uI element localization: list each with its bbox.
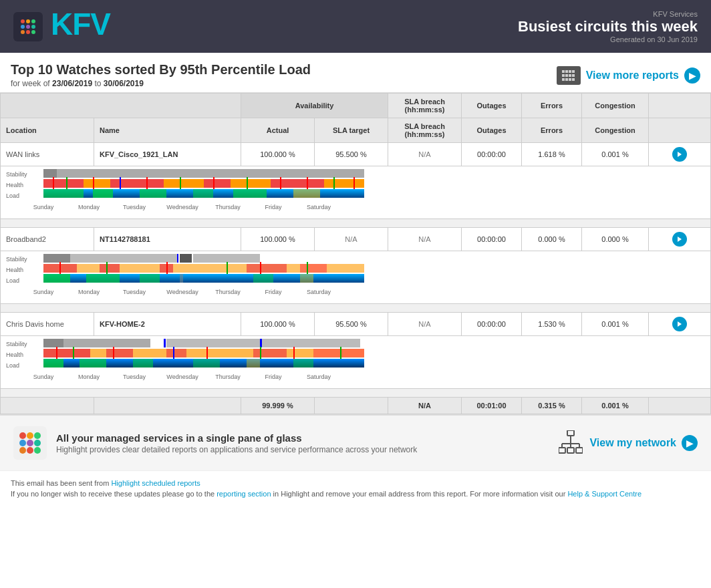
svg-rect-84 <box>307 262 308 275</box>
svg-rect-44 <box>213 177 215 190</box>
th-sla-breach: SLA breach (hh:mm:ss) <box>388 94 462 118</box>
svg-point-5 <box>31 25 35 29</box>
row1-action[interactable] <box>649 143 711 166</box>
generated-date: Generated on 30 Jun 2019 <box>518 35 698 43</box>
svg-point-140 <box>19 440 26 446</box>
svg-rect-48 <box>333 177 335 190</box>
view-more-reports-button[interactable]: View more reports ▶ <box>557 66 700 85</box>
svg-rect-30 <box>84 179 110 188</box>
table-row: Broadband2 NT1142788181 100.000 % N/A N/… <box>1 228 711 251</box>
row1-errors: 1.618 % <box>522 143 582 166</box>
reporting-section-link[interactable]: reporting section <box>217 490 271 498</box>
svg-rect-81 <box>166 262 168 275</box>
svg-rect-114 <box>56 347 57 359</box>
th-congestion-sub: Congestion <box>582 118 649 143</box>
row3-action[interactable] <box>649 313 711 336</box>
svg-rect-49 <box>353 177 355 190</box>
svg-text:Thursday: Thursday <box>215 289 241 295</box>
main-report-table: Availability SLA breach (hh:mm:ss) Outag… <box>0 93 711 414</box>
svg-rect-82 <box>227 262 228 275</box>
header-logo-area: KFV <box>13 7 184 46</box>
footer-errors: 0.315 % <box>522 398 582 414</box>
view-more-arrow-icon: ▶ <box>684 67 700 84</box>
help-support-link[interactable]: Help & Support Centre <box>567 490 642 498</box>
svg-point-142 <box>34 440 41 446</box>
svg-rect-51 <box>43 189 84 198</box>
footer-prefix: This email has been sent from <box>11 479 111 487</box>
footer-empty-2 <box>94 398 241 414</box>
report-title-area: Top 10 Watches sorted By 95th Percentile… <box>11 62 311 88</box>
footer-line2-mid: in Highlight and remove your email addre… <box>273 490 568 498</box>
svg-rect-149 <box>576 448 583 453</box>
svg-point-144 <box>27 447 33 454</box>
svg-rect-118 <box>206 347 208 359</box>
svg-rect-89 <box>180 274 183 283</box>
svg-rect-43 <box>180 177 181 190</box>
svg-rect-19 <box>565 78 568 81</box>
row2-detail-button[interactable] <box>672 232 687 247</box>
svg-point-139 <box>34 432 41 439</box>
svg-rect-87 <box>86 274 120 283</box>
row3-errors: 1.530 % <box>522 313 582 336</box>
svg-text:Health: Health <box>6 351 23 358</box>
row1-chart-cell: Stability Health Load <box>1 166 711 219</box>
row3-name: KFV-HOME-2 <box>94 313 241 336</box>
row2-sla: N/A <box>315 228 388 251</box>
footer-action <box>649 398 711 414</box>
sep-cell-3 <box>1 389 711 398</box>
row1-breach: N/A <box>388 143 462 166</box>
svg-rect-15 <box>565 74 568 77</box>
svg-rect-148 <box>567 448 574 453</box>
row1-location: WAN links <box>1 143 94 166</box>
date-to: 30/06/2019 <box>104 79 144 88</box>
svg-text:Thursday: Thursday <box>215 204 241 210</box>
svg-rect-35 <box>231 179 271 188</box>
page-footer: This email has been sent from Highlight … <box>0 470 711 508</box>
svg-point-138 <box>27 432 33 439</box>
row1-congestion: 0.001 % <box>582 143 649 166</box>
row2-errors: 0.000 % <box>522 228 582 251</box>
promo-description: Highlight provides clear detailed report… <box>56 445 417 454</box>
svg-text:Sunday: Sunday <box>33 374 54 380</box>
row2-actual: 100.000 % <box>241 228 315 251</box>
svg-rect-83 <box>260 262 261 275</box>
row2-chart: Stability Health Load <box>6 254 367 301</box>
row3-sla: 95.500 % <box>315 313 388 336</box>
svg-rect-17 <box>572 74 575 77</box>
row1-actual: 100.000 % <box>241 143 315 166</box>
promo-right: View my network ▶ <box>559 430 698 456</box>
svg-rect-52 <box>93 189 113 198</box>
svg-rect-124 <box>80 359 106 368</box>
row3-location: Chris Davis home <box>1 313 94 336</box>
svg-text:Friday: Friday <box>265 289 282 295</box>
svg-rect-147 <box>559 448 565 453</box>
subheader: Top 10 Watches sorted By 95th Percentile… <box>0 53 711 93</box>
svg-rect-13 <box>572 70 575 73</box>
svg-text:Wednesday: Wednesday <box>166 204 198 210</box>
svg-point-4 <box>26 25 30 29</box>
svg-rect-27 <box>43 169 57 178</box>
row2-chart-row: Stability Health Load <box>1 251 711 304</box>
row3-breach: N/A <box>388 313 462 336</box>
svg-point-6 <box>21 30 25 34</box>
svg-rect-40 <box>93 177 94 190</box>
highlight-reports-link[interactable]: Highlight scheduled reports <box>111 479 200 487</box>
svg-rect-18 <box>562 78 565 81</box>
row3-detail-button[interactable] <box>672 317 687 331</box>
svg-rect-70 <box>193 254 260 263</box>
svg-text:Load: Load <box>6 192 19 199</box>
row2-name: NT1142788181 <box>94 228 241 251</box>
svg-rect-46 <box>280 177 281 190</box>
svg-rect-53 <box>140 189 166 198</box>
svg-text:Monday: Monday <box>78 289 100 295</box>
row2-action[interactable] <box>649 228 711 251</box>
svg-rect-56 <box>293 189 320 198</box>
svg-rect-29 <box>43 179 84 188</box>
report-main-title: Top 10 Watches sorted By 95th Percentile… <box>11 62 311 78</box>
row2-location: Broadband2 <box>1 228 94 251</box>
svg-rect-21 <box>572 78 575 81</box>
row1-detail-button[interactable] <box>672 147 687 162</box>
svg-rect-125 <box>133 359 153 368</box>
view-network-button[interactable]: View my network ▶ <box>589 435 698 451</box>
svg-point-145 <box>34 447 41 454</box>
